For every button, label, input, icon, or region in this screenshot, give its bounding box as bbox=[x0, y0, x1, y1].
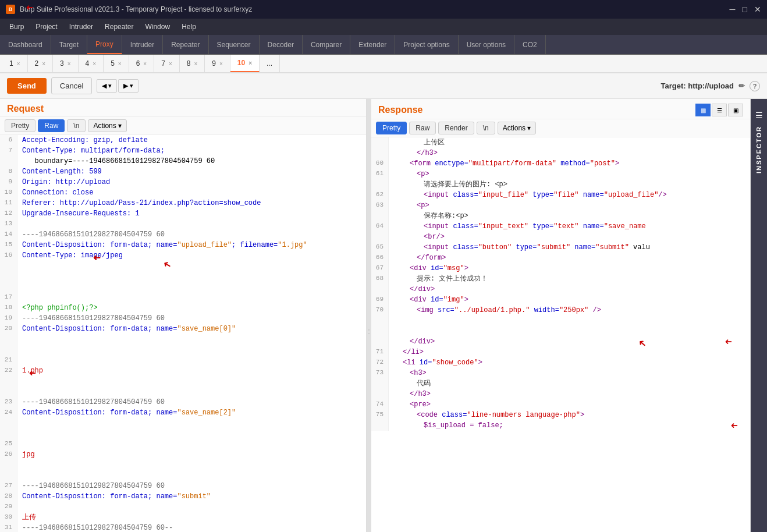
toolbar: Send Cancel ◀ ▾ ▶ ▾ Target: http://uploa… bbox=[0, 73, 767, 99]
panel-divider[interactable]: ⋮ bbox=[367, 99, 371, 532]
nav-prev-button[interactable]: ◀ ▾ bbox=[97, 79, 117, 93]
tab-project-options[interactable]: Project options bbox=[395, 35, 458, 54]
response-actions-btn[interactable]: Actions ▾ bbox=[498, 122, 537, 134]
menu-window[interactable]: Window bbox=[140, 20, 175, 33]
minimize-button[interactable]: ─ bbox=[730, 5, 736, 14]
view-list-btn[interactable]: ☰ bbox=[712, 104, 727, 116]
request-panel: Request Pretty Raw \n Actions ▾ 6 Accept… bbox=[0, 99, 367, 532]
table-row: 保存名称:<p> bbox=[371, 211, 750, 221]
sub-tab-5[interactable]: 5 × bbox=[104, 55, 129, 72]
request-newline-btn[interactable]: \n bbox=[67, 119, 86, 132]
table-row: 9 Origin: http://upload bbox=[0, 177, 366, 187]
tab-extender[interactable]: Extender bbox=[350, 35, 395, 54]
table-row: 62 <input class="input_file" type="file"… bbox=[371, 190, 750, 200]
table-row: 65 <input class="button" type="submit" n… bbox=[371, 242, 750, 253]
tab-sequencer[interactable]: Sequencer bbox=[209, 35, 260, 54]
sub-tab-1[interactable]: 1 × bbox=[2, 55, 28, 72]
table-row: 22 1.php ➜ bbox=[0, 366, 366, 397]
sub-tab-3[interactable]: 3 × bbox=[53, 55, 79, 72]
table-row: 7 Content-Type: multipart/form-data; bou… bbox=[0, 146, 366, 166]
inspector-panel: ☰ INSPECTOR bbox=[751, 99, 767, 532]
response-title: Response ▦ ☰ ▣ bbox=[371, 99, 750, 119]
table-row: 19 ----194686681510129827804504759 60 bbox=[0, 313, 366, 324]
table-row: 25 bbox=[0, 439, 366, 449]
tab-repeater[interactable]: Repeater bbox=[163, 35, 208, 54]
table-row: 72 <li id="show_code"> bbox=[371, 357, 750, 368]
request-pretty-btn[interactable]: Pretty bbox=[5, 119, 35, 132]
table-row: </div> bbox=[371, 336, 750, 347]
table-row: 61 <p> bbox=[371, 169, 750, 179]
help-icon[interactable]: ? bbox=[750, 81, 760, 91]
table-row: 12 Upgrade-Insecure-Requests: 1 bbox=[0, 208, 366, 219]
response-render-btn[interactable]: Render bbox=[438, 122, 474, 134]
maximize-button[interactable]: □ bbox=[743, 5, 747, 14]
sub-tab-bar: 1 × 2 × 3 × 4 × 5 × 6 × 7 × 8 × 9 × 10 ×… bbox=[0, 55, 767, 73]
app-icon: B bbox=[6, 5, 15, 14]
table-row: 10 Connection: close bbox=[0, 187, 366, 198]
table-row: 23 ----194686681510129827804504759 60 bbox=[0, 397, 366, 407]
table-row: 17 bbox=[0, 292, 366, 303]
request-raw-btn[interactable]: Raw bbox=[38, 119, 65, 132]
table-row: 63 <p> bbox=[371, 200, 750, 211]
inspector-toggle[interactable]: ☰ bbox=[755, 111, 763, 120]
main-tab-bar: Dashboard Target Proxy Intruder Repeater… bbox=[0, 35, 767, 55]
title-bar: B Burp Suite Professional v2021.3 - Temp… bbox=[0, 0, 767, 19]
table-row: 请选择要上传的图片: <p> bbox=[371, 179, 750, 190]
request-title: Request bbox=[0, 99, 366, 117]
menu-intruder[interactable]: Intruder bbox=[65, 20, 98, 33]
table-row: 74 <pre> bbox=[371, 399, 750, 410]
sub-tab-10[interactable]: 10 × bbox=[230, 55, 260, 72]
table-row: 6 Accept-Encoding: gzip, deflate bbox=[0, 135, 366, 146]
menu-burp[interactable]: Burp bbox=[5, 20, 29, 33]
table-row: 代码 bbox=[371, 378, 750, 389]
tab-comparer[interactable]: Comparer bbox=[303, 35, 350, 54]
table-row: 11 Referer: http://upload/Pass-21/index.… bbox=[0, 198, 366, 208]
response-toolbar: Pretty Raw Render \n Actions ▾ bbox=[371, 119, 750, 137]
tab-proxy[interactable]: Proxy bbox=[87, 35, 122, 54]
table-row: 31 ----194686681510129827804504759 60-- bbox=[0, 523, 366, 532]
inspector-label: INSPECTOR bbox=[755, 126, 762, 173]
response-pretty-btn[interactable]: Pretty bbox=[376, 122, 407, 134]
tab-user-options[interactable]: User options bbox=[459, 35, 514, 54]
menu-help[interactable]: Help bbox=[177, 20, 201, 33]
view-single-btn[interactable]: ▣ bbox=[728, 104, 743, 116]
tab-target[interactable]: Target bbox=[51, 35, 87, 54]
response-raw-btn[interactable]: Raw bbox=[409, 122, 436, 134]
target-text: Target: http://upload bbox=[661, 81, 734, 90]
response-panel: Response ▦ ☰ ▣ Pretty Raw Render \n Acti… bbox=[371, 99, 751, 532]
nav-next-button[interactable]: ▶ ▾ bbox=[118, 79, 139, 93]
tab-decoder[interactable]: Decoder bbox=[260, 35, 303, 54]
table-row: 14 ----194686681510129827804504759 60 bbox=[0, 229, 366, 240]
table-row: 16 Content-Type: image/jpeg ➜ ➜ bbox=[0, 250, 366, 292]
main-content: Request Pretty Raw \n Actions ▾ 6 Accept… bbox=[0, 99, 767, 532]
sub-tab-4[interactable]: 4 × bbox=[79, 55, 104, 72]
sub-tab-6[interactable]: 6 × bbox=[129, 55, 155, 72]
menu-project[interactable]: Project bbox=[31, 20, 62, 33]
table-row: 64 <input class="input_text" type="text"… bbox=[371, 221, 750, 232]
sub-tab-2[interactable]: 2 × bbox=[28, 55, 54, 72]
cancel-button[interactable]: Cancel bbox=[51, 77, 92, 94]
response-newline-btn[interactable]: \n bbox=[477, 122, 495, 134]
table-row: 20 Content-Disposition: form-data; name=… bbox=[0, 324, 366, 355]
send-button[interactable]: Send bbox=[7, 78, 47, 94]
sub-tab-8[interactable]: 8 × bbox=[180, 55, 205, 72]
tab-co2[interactable]: CO2 bbox=[514, 35, 546, 54]
sub-tab-more[interactable]: ... bbox=[260, 55, 280, 72]
table-row: 28 Content-Disposition: form-data; name=… bbox=[0, 491, 366, 502]
edit-icon[interactable]: ✏ bbox=[738, 81, 745, 90]
table-row: 24 Content-Disposition: form-data; name=… bbox=[0, 407, 366, 439]
view-split-btn[interactable]: ▦ bbox=[695, 104, 711, 116]
tab-dashboard[interactable]: Dashboard bbox=[0, 35, 51, 54]
sub-tab-9[interactable]: 9 × bbox=[205, 55, 230, 72]
table-row: 15 Content-Disposition: form-data; name=… bbox=[0, 240, 366, 250]
close-button[interactable]: ✕ bbox=[754, 5, 761, 14]
menu-repeater[interactable]: Repeater bbox=[100, 20, 138, 33]
request-actions-btn[interactable]: Actions ▾ bbox=[88, 119, 127, 132]
table-row: 73 <h3> bbox=[371, 368, 750, 378]
tab-intruder[interactable]: Intruder bbox=[122, 35, 163, 54]
table-row: $is_upload = false; bbox=[371, 420, 750, 431]
table-row: 18 <?php phpinfo();?> bbox=[0, 303, 366, 313]
window-controls[interactable]: ─ □ ✕ bbox=[730, 5, 761, 14]
sub-tab-7[interactable]: 7 × bbox=[154, 55, 180, 72]
table-row: 13 bbox=[0, 219, 366, 229]
